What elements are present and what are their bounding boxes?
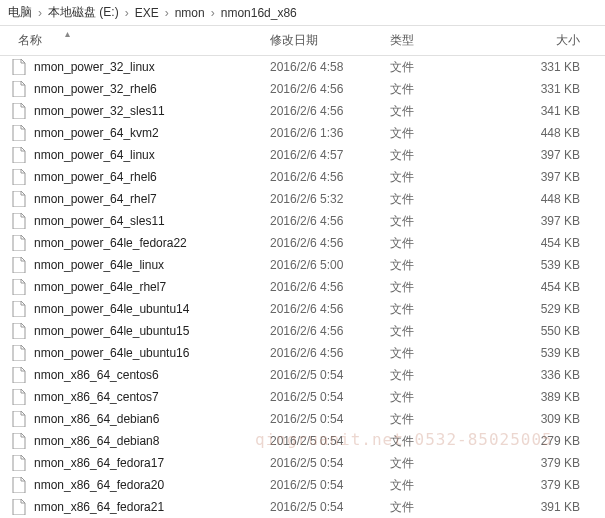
breadcrumb-item[interactable]: 本地磁盘 (E:) (48, 4, 119, 21)
file-size: 397 KB (500, 214, 590, 228)
file-type: 文件 (390, 345, 500, 362)
table-row[interactable]: nmon_power_64le_ubuntu152016/2/6 4:56文件5… (0, 320, 605, 342)
file-size: 529 KB (500, 302, 590, 316)
table-row[interactable]: nmon_x86_64_debian82016/2/5 0:54文件279 KB (0, 430, 605, 452)
table-row[interactable]: nmon_power_64_rhel62016/2/6 4:56文件397 KB (0, 166, 605, 188)
file-icon (12, 257, 28, 273)
file-type: 文件 (390, 81, 500, 98)
table-row[interactable]: nmon_x86_64_fedora172016/2/5 0:54文件379 K… (0, 452, 605, 474)
file-name: nmon_power_64_rhel7 (34, 192, 270, 206)
file-icon (12, 147, 28, 163)
file-size: 397 KB (500, 148, 590, 162)
file-name: nmon_power_64le_ubuntu15 (34, 324, 270, 338)
file-date: 2016/2/5 0:54 (270, 412, 390, 426)
column-header-name[interactable]: 名称 (0, 32, 270, 49)
column-header-date[interactable]: 修改日期 (270, 32, 390, 49)
file-type: 文件 (390, 169, 500, 186)
file-date: 2016/2/5 0:54 (270, 434, 390, 448)
file-date: 2016/2/6 1:36 (270, 126, 390, 140)
table-row[interactable]: nmon_power_32_rhel62016/2/6 4:56文件331 KB (0, 78, 605, 100)
file-icon (12, 433, 28, 449)
file-name: nmon_power_64le_fedora22 (34, 236, 270, 250)
table-row[interactable]: nmon_x86_64_debian62016/2/5 0:54文件309 KB (0, 408, 605, 430)
breadcrumb-item[interactable]: 电脑 (8, 4, 32, 21)
table-row[interactable]: nmon_x86_64_fedora212016/2/5 0:54文件391 K… (0, 496, 605, 518)
file-size: 389 KB (500, 390, 590, 404)
table-row[interactable]: nmon_power_64_sles112016/2/6 4:56文件397 K… (0, 210, 605, 232)
file-date: 2016/2/6 4:56 (270, 104, 390, 118)
file-size: 341 KB (500, 104, 590, 118)
table-row[interactable]: nmon_power_64_kvm22016/2/6 1:36文件448 KB (0, 122, 605, 144)
file-date: 2016/2/6 4:56 (270, 236, 390, 250)
table-row[interactable]: nmon_x86_64_fedora202016/2/5 0:54文件379 K… (0, 474, 605, 496)
file-name: nmon_power_64le_linux (34, 258, 270, 272)
chevron-right-icon: › (123, 6, 131, 20)
file-type: 文件 (390, 125, 500, 142)
file-size: 550 KB (500, 324, 590, 338)
file-icon (12, 103, 28, 119)
file-icon (12, 345, 28, 361)
file-size: 331 KB (500, 82, 590, 96)
breadcrumb[interactable]: 电脑 › 本地磁盘 (E:) › EXE › nmon › nmon16d_x8… (0, 0, 605, 26)
file-name: nmon_power_32_rhel6 (34, 82, 270, 96)
file-size: 279 KB (500, 434, 590, 448)
column-header-type[interactable]: 类型 (390, 32, 500, 49)
table-row[interactable]: nmon_power_64le_ubuntu142016/2/6 4:56文件5… (0, 298, 605, 320)
file-size: 448 KB (500, 192, 590, 206)
file-type: 文件 (390, 235, 500, 252)
file-name: nmon_x86_64_fedora17 (34, 456, 270, 470)
table-row[interactable]: nmon_power_64_rhel72016/2/6 5:32文件448 KB (0, 188, 605, 210)
file-icon (12, 477, 28, 493)
file-name: nmon_power_64le_ubuntu14 (34, 302, 270, 316)
file-icon (12, 455, 28, 471)
table-row[interactable]: nmon_power_64_linux2016/2/6 4:57文件397 KB (0, 144, 605, 166)
file-name: nmon_x86_64_fedora20 (34, 478, 270, 492)
file-size: 379 KB (500, 478, 590, 492)
file-date: 2016/2/5 0:54 (270, 390, 390, 404)
file-icon (12, 125, 28, 141)
file-name: nmon_power_64le_rhel7 (34, 280, 270, 294)
file-icon (12, 191, 28, 207)
file-date: 2016/2/6 5:32 (270, 192, 390, 206)
file-date: 2016/2/5 0:54 (270, 368, 390, 382)
column-headers: 名称 修改日期 类型 大小 (0, 26, 605, 56)
chevron-right-icon: › (209, 6, 217, 20)
file-type: 文件 (390, 367, 500, 384)
breadcrumb-item[interactable]: nmon16d_x86 (221, 6, 297, 20)
table-row[interactable]: nmon_power_32_linux2016/2/6 4:58文件331 KB (0, 56, 605, 78)
file-name: nmon_power_64_sles11 (34, 214, 270, 228)
file-type: 文件 (390, 477, 500, 494)
file-type: 文件 (390, 411, 500, 428)
file-date: 2016/2/6 4:56 (270, 214, 390, 228)
file-size: 454 KB (500, 280, 590, 294)
table-row[interactable]: nmon_x86_64_centos72016/2/5 0:54文件389 KB (0, 386, 605, 408)
table-row[interactable]: nmon_x86_64_centos62016/2/5 0:54文件336 KB (0, 364, 605, 386)
file-type: 文件 (390, 191, 500, 208)
file-icon (12, 213, 28, 229)
file-icon (12, 323, 28, 339)
breadcrumb-item[interactable]: nmon (175, 6, 205, 20)
table-row[interactable]: nmon_power_64le_fedora222016/2/6 4:56文件4… (0, 232, 605, 254)
breadcrumb-item[interactable]: EXE (135, 6, 159, 20)
file-date: 2016/2/5 0:54 (270, 500, 390, 514)
file-size: 539 KB (500, 346, 590, 360)
file-type: 文件 (390, 323, 500, 340)
column-header-size[interactable]: 大小 (500, 32, 590, 49)
chevron-right-icon: › (36, 6, 44, 20)
table-row[interactable]: nmon_power_64le_ubuntu162016/2/6 4:56文件5… (0, 342, 605, 364)
file-icon (12, 279, 28, 295)
file-size: 539 KB (500, 258, 590, 272)
table-row[interactable]: nmon_power_64le_rhel72016/2/6 4:56文件454 … (0, 276, 605, 298)
file-type: 文件 (390, 279, 500, 296)
file-name: nmon_power_32_linux (34, 60, 270, 74)
file-icon (12, 301, 28, 317)
table-row[interactable]: nmon_power_64le_linux2016/2/6 5:00文件539 … (0, 254, 605, 276)
file-name: nmon_x86_64_debian6 (34, 412, 270, 426)
file-size: 331 KB (500, 60, 590, 74)
file-date: 2016/2/6 4:56 (270, 170, 390, 184)
file-type: 文件 (390, 59, 500, 76)
file-type: 文件 (390, 213, 500, 230)
table-row[interactable]: nmon_power_32_sles112016/2/6 4:56文件341 K… (0, 100, 605, 122)
file-list: nmon_power_32_linux2016/2/6 4:58文件331 KB… (0, 56, 605, 518)
file-date: 2016/2/6 5:00 (270, 258, 390, 272)
